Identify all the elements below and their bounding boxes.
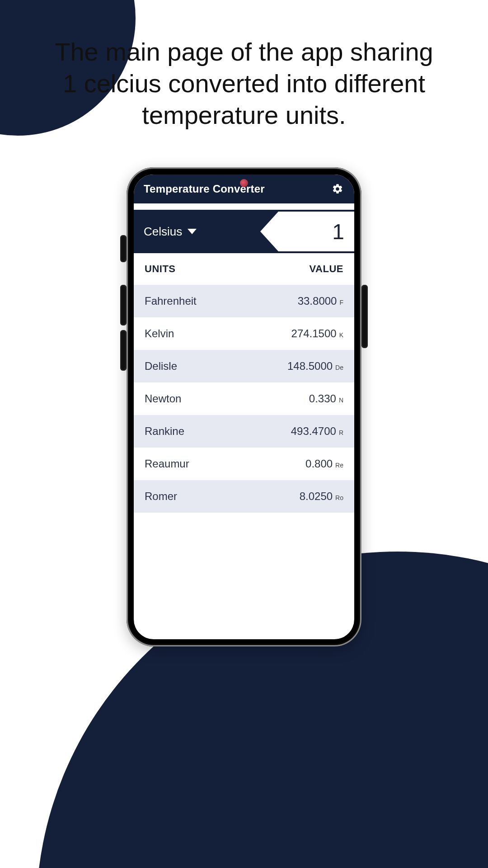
chevron-down-icon (188, 229, 197, 234)
unit-name: Rankine (145, 425, 184, 438)
units-header-label: UNITS (145, 263, 176, 275)
table-row: Romer8.0250Ro (134, 480, 354, 513)
value-header-label: VALUE (310, 263, 343, 275)
unit-value-number: 0.800 (305, 458, 333, 470)
unit-name: Romer (145, 490, 177, 503)
unit-name: Newton (145, 392, 181, 405)
table-row: Delisle148.5000De (134, 350, 354, 382)
unit-symbol: R (339, 429, 343, 436)
settings-button[interactable] (331, 182, 344, 196)
unit-name: Delisle (145, 360, 177, 373)
unit-value: 8.0250Ro (300, 490, 343, 503)
unit-symbol: Ro (335, 494, 343, 501)
phone-camera-dot (240, 179, 248, 187)
phone-side-button (120, 235, 127, 262)
table-row: Rankine493.4700R (134, 415, 354, 448)
unit-value-number: 8.0250 (300, 490, 333, 503)
input-row: Celsius 1 (134, 210, 354, 253)
table-row: Newton0.330N (134, 382, 354, 415)
selected-unit-label: Celsius (144, 225, 182, 239)
phone-power-button (361, 285, 368, 348)
phone-screen: Temperature Converter Celsius 1 UN (134, 175, 354, 639)
phone-bezel: Temperature Converter Celsius 1 UN (129, 170, 359, 644)
unit-name: Fahrenheit (145, 295, 197, 307)
conversion-table: Fahrenheit33.8000FKelvin274.1500KDelisle… (134, 285, 354, 639)
unit-value: 148.5000De (287, 360, 343, 373)
value-input-text: 1 (332, 219, 344, 244)
unit-symbol: N (339, 396, 343, 404)
unit-value-number: 33.8000 (298, 295, 337, 307)
unit-value-number: 274.1500 (291, 327, 337, 340)
unit-value-number: 148.5000 (287, 360, 333, 373)
value-input[interactable]: 1 (260, 212, 354, 251)
spacer (134, 203, 354, 210)
unit-value: 0.800Re (305, 458, 343, 470)
unit-symbol: K (339, 331, 343, 339)
unit-value: 0.330N (309, 392, 343, 405)
unit-name: Kelvin (145, 327, 174, 340)
unit-symbol: Re (335, 462, 343, 469)
table-row: Kelvin274.1500K (134, 317, 354, 350)
table-header: UNITS VALUE (134, 253, 354, 285)
promo-headline: The main page of the app sharing 1 celci… (0, 36, 488, 131)
phone-volume-down (120, 330, 127, 371)
phone-mockup: Temperature Converter Celsius 1 UN (127, 167, 361, 646)
table-row: Fahrenheit33.8000F (134, 285, 354, 317)
unit-value-number: 0.330 (309, 392, 336, 405)
unit-value-number: 493.4700 (291, 425, 336, 438)
gear-icon (332, 183, 343, 195)
unit-symbol: F (339, 299, 343, 306)
unit-value: 33.8000F (298, 295, 343, 307)
unit-value: 493.4700R (291, 425, 343, 438)
unit-symbol: De (335, 364, 343, 371)
unit-selector[interactable]: Celsius (134, 210, 260, 253)
unit-name: Reaumur (145, 458, 189, 470)
table-row: Reaumur0.800Re (134, 448, 354, 480)
phone-volume-up (120, 285, 127, 326)
unit-value: 274.1500K (291, 327, 343, 340)
